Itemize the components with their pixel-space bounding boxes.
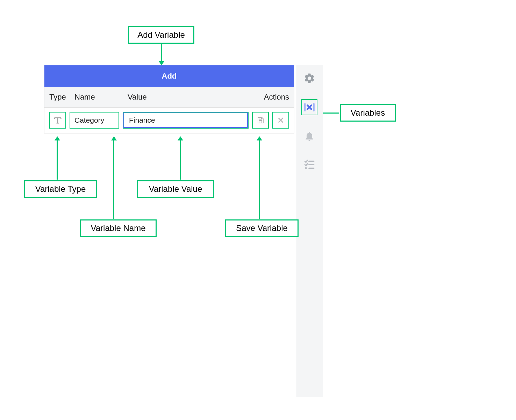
sidebar-item-settings[interactable] <box>302 71 316 85</box>
callout-variable-value: Variable Value <box>137 180 214 198</box>
arrow-head-variable-name <box>111 136 117 140</box>
arrow-save-variable <box>259 140 260 219</box>
callout-variable-type: Variable Type <box>24 180 97 198</box>
variable-name-input[interactable]: Category <box>70 112 119 129</box>
callout-label: Variable Name <box>91 223 146 233</box>
table-header-row: Type Name Value Actions <box>44 87 294 108</box>
sidebar-item-notifications[interactable] <box>302 129 316 143</box>
arrow-variables <box>322 113 339 114</box>
close-icon <box>277 116 285 124</box>
callout-variables: Variables <box>340 104 396 122</box>
variables-icon <box>303 101 315 113</box>
callout-variable-name: Variable Name <box>80 219 157 237</box>
add-button[interactable]: Add <box>44 65 294 87</box>
arrow-variable-value <box>180 140 181 180</box>
header-value: Value <box>128 93 264 102</box>
callout-label: Add Variable <box>137 30 185 40</box>
callout-add-variable: Add Variable <box>128 26 194 44</box>
sidebar-item-checklist[interactable] <box>302 157 316 171</box>
save-icon <box>256 116 265 124</box>
svg-point-4 <box>305 167 307 169</box>
table-row: Category Finance <box>44 108 294 133</box>
callout-label: Variables <box>351 108 385 118</box>
variables-panel: Add Type Name Value Actions Category Fin… <box>44 65 294 133</box>
callout-label: Variable Value <box>149 184 202 194</box>
header-name: Name <box>74 93 128 102</box>
arrow-head-save-variable <box>257 136 262 140</box>
callout-label: Save Variable <box>236 223 288 233</box>
svg-rect-1 <box>259 121 262 123</box>
svg-rect-0 <box>259 117 261 119</box>
add-button-label: Add <box>162 72 177 80</box>
arrow-variable-name <box>113 140 114 219</box>
callout-label: Variable Type <box>35 184 86 194</box>
callout-save-variable: Save Variable <box>225 219 299 237</box>
header-actions: Actions <box>264 93 289 102</box>
arrow-add-variable <box>161 44 162 62</box>
cancel-button[interactable] <box>272 112 289 129</box>
variable-name-value: Category <box>74 116 104 124</box>
header-type: Type <box>49 93 74 102</box>
bell-icon <box>304 131 315 142</box>
arrow-variable-type <box>57 140 58 180</box>
sidebar-item-variables[interactable] <box>301 99 317 115</box>
variable-type-cell[interactable] <box>49 112 66 129</box>
save-button[interactable] <box>252 112 269 129</box>
right-sidebar <box>296 65 323 397</box>
gear-icon <box>303 72 315 84</box>
variable-value-input[interactable]: Finance <box>123 112 249 129</box>
text-type-icon <box>53 115 63 125</box>
variable-value-text: Finance <box>129 116 155 124</box>
arrow-head-variable-value <box>178 136 183 140</box>
checklist-icon <box>303 158 315 170</box>
arrow-head-variable-type <box>55 136 60 140</box>
